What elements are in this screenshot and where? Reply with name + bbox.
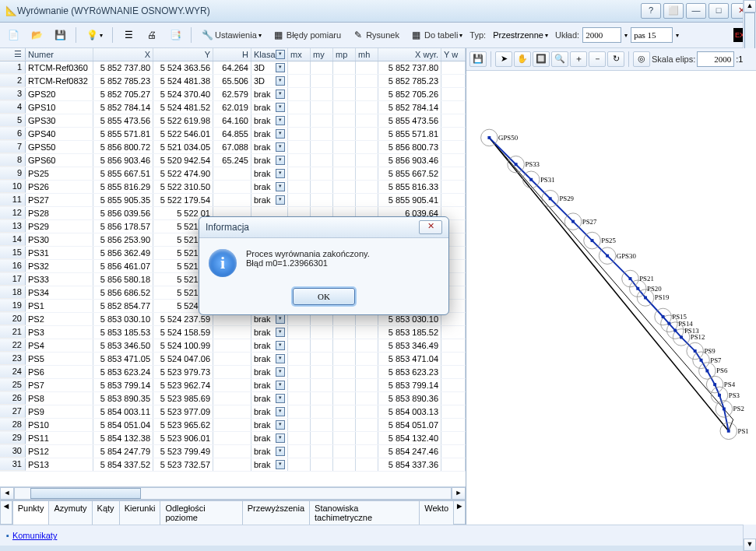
info-icon: i [209, 249, 237, 277]
dialog-close-button[interactable]: ✕ [419, 220, 442, 234]
ok-button[interactable]: OK [293, 288, 355, 305]
dialog-line2: Błąd m0=1.23966301 [246, 258, 370, 268]
dialog-line1: Proces wyrównania zakończony. [246, 249, 370, 258]
info-dialog: Informacja ✕ i Proces wyrównania zakończ… [199, 216, 449, 315]
dialog-title: Informacja [206, 222, 249, 233]
